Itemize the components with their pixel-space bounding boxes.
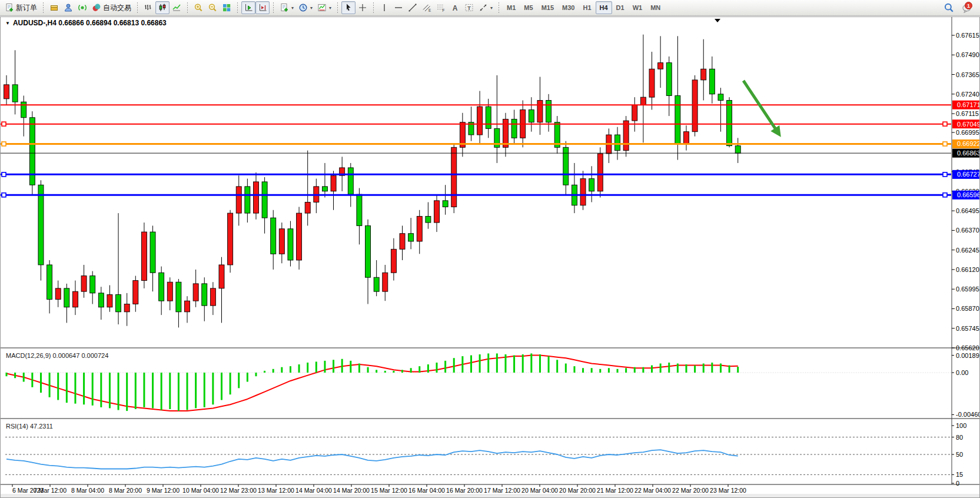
candle xyxy=(529,97,534,132)
toolbar-separator xyxy=(41,2,45,14)
profile-icon xyxy=(64,3,73,12)
candle xyxy=(72,281,78,316)
chart-window[interactable]: ▼ AUDUSD-,H4 0.66866 0.66894 0.66813 0.6… xyxy=(0,16,980,498)
hline-handle[interactable] xyxy=(2,122,6,126)
trendline-button[interactable] xyxy=(406,1,420,14)
tf-h4-button[interactable]: H4 xyxy=(596,1,612,14)
chart-shift-button[interactable] xyxy=(255,1,270,14)
indicator-add-icon xyxy=(280,3,289,12)
candle xyxy=(331,171,336,210)
candle xyxy=(460,113,465,157)
indicators-button[interactable]: ▾ xyxy=(277,1,296,14)
auto-scroll-button[interactable] xyxy=(241,1,255,14)
tile-windows-button[interactable] xyxy=(220,1,234,14)
svg-text:0.67240: 0.67240 xyxy=(956,91,979,98)
line-chart-mode-button[interactable] xyxy=(170,1,184,14)
fibonacci-button[interactable]: F xyxy=(434,1,448,14)
candle xyxy=(426,202,431,228)
candle xyxy=(683,125,689,151)
zoom-in-button[interactable] xyxy=(191,1,205,14)
hline-handle[interactable] xyxy=(943,122,947,126)
zoom-in-icon xyxy=(194,3,203,12)
cursor-button[interactable] xyxy=(341,1,356,14)
candle xyxy=(400,225,405,260)
search-button[interactable] xyxy=(941,1,956,14)
candle xyxy=(141,223,147,288)
candle xyxy=(245,179,250,223)
hline-handle[interactable] xyxy=(2,193,6,197)
toolbar-separator xyxy=(371,2,376,14)
svg-text:15 Mar 12:00: 15 Mar 12:00 xyxy=(371,487,407,494)
new-order-button[interactable]: 新订单 xyxy=(2,1,39,14)
data-window-button[interactable] xyxy=(61,1,75,14)
text-label-button[interactable]: T xyxy=(462,1,476,14)
arrows-icon xyxy=(479,3,488,12)
tf-m1-button[interactable]: M1 xyxy=(503,1,520,14)
tf-m15-button[interactable]: M15 xyxy=(537,1,558,14)
hline-handle[interactable] xyxy=(943,142,947,146)
hline-handle[interactable] xyxy=(943,193,947,197)
templates-button[interactable]: ▾ xyxy=(315,1,334,14)
svg-text:0.66596: 0.66596 xyxy=(957,191,979,198)
trendline-icon xyxy=(408,3,417,12)
text-button[interactable]: A xyxy=(448,1,462,14)
macd-histogram xyxy=(6,353,738,411)
tf-w1-button[interactable]: W1 xyxy=(629,1,647,14)
equidistant-channel-button[interactable]: E xyxy=(420,1,434,14)
tf-m5-button[interactable]: M5 xyxy=(520,1,537,14)
candle xyxy=(297,207,302,269)
svg-text:0.67115: 0.67115 xyxy=(956,110,979,117)
svg-text:0.66245: 0.66245 xyxy=(956,247,979,254)
svg-text:0.66863: 0.66863 xyxy=(957,150,979,157)
chart-canvas[interactable]: 0.676150.674900.673650.672400.671150.669… xyxy=(1,17,979,497)
fibo-icon: F xyxy=(436,3,446,12)
svg-text:16 Mar 20:00: 16 Mar 20:00 xyxy=(446,487,483,494)
horizontal-line-button[interactable] xyxy=(391,1,406,14)
svg-text:0.67171: 0.67171 xyxy=(957,101,979,108)
macd-pane xyxy=(5,356,951,411)
tf-m30-button[interactable]: M30 xyxy=(558,1,579,14)
zoom-out-button[interactable] xyxy=(205,1,220,14)
candle xyxy=(116,213,121,324)
scroll-end-marker[interactable] xyxy=(715,19,720,22)
arrows-button[interactable]: ▾ xyxy=(476,1,495,14)
candle xyxy=(124,293,129,326)
hline-handle[interactable] xyxy=(2,142,6,146)
market-watch-button[interactable] xyxy=(47,1,61,14)
candle xyxy=(709,57,715,104)
signals-button[interactable] xyxy=(75,1,89,14)
hline-handle[interactable] xyxy=(943,172,947,177)
svg-text:17 Mar 12:00: 17 Mar 12:00 xyxy=(484,487,520,494)
periods-button[interactable]: ▾ xyxy=(296,1,315,14)
candle xyxy=(90,271,95,304)
candle xyxy=(81,265,87,298)
hline-handle[interactable] xyxy=(2,172,6,177)
rsi-label: RSI(14) 47.2311 xyxy=(6,423,53,430)
candle xyxy=(640,35,646,143)
auto-trading-button[interactable]: 自动交易 xyxy=(89,1,134,14)
tf-d1-button[interactable]: D1 xyxy=(612,1,629,14)
tf-mn-button[interactable]: MN xyxy=(646,1,665,14)
svg-text:50: 50 xyxy=(956,451,963,458)
vertical-line-button[interactable] xyxy=(377,1,391,14)
trend-arrow-annotation[interactable] xyxy=(743,81,781,137)
candle xyxy=(383,265,388,301)
candle-chart-mode-button[interactable] xyxy=(155,1,170,14)
candle xyxy=(735,138,740,163)
chart-title-collapse-icon[interactable]: ▼ xyxy=(5,21,10,26)
candle xyxy=(666,57,672,116)
tf-h1-button[interactable]: H1 xyxy=(579,1,595,14)
crosshair-icon xyxy=(358,3,367,12)
toolbar-separator xyxy=(335,2,340,14)
candle xyxy=(159,267,164,316)
time-axis[interactable]: 6 Mar 20237 Mar 12:008 Mar 04:008 Mar 20… xyxy=(12,484,746,494)
candle xyxy=(279,223,284,263)
notifications-button[interactable]: 1 xyxy=(960,1,974,15)
candle xyxy=(322,163,327,198)
bar-chart-mode-button[interactable] xyxy=(141,1,155,14)
crosshair-button[interactable] xyxy=(356,1,370,14)
candle xyxy=(185,296,190,323)
tile-icon xyxy=(222,3,231,12)
chevron-down-icon: ▾ xyxy=(490,5,493,11)
toolbar-separator xyxy=(135,2,139,14)
